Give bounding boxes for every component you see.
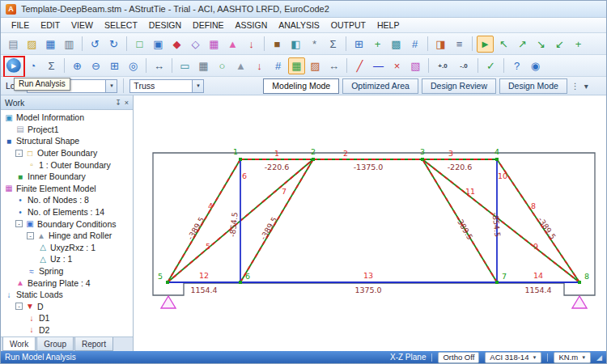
axis-toggle[interactable]: + [369, 36, 386, 53]
mesh-tool[interactable]: ▦ [206, 36, 223, 53]
show-support-toggle[interactable]: ▲ [232, 57, 249, 74]
select-cursor-button[interactable]: ► [477, 36, 494, 53]
collapse-icon[interactable]: - [15, 303, 23, 310]
tie-tool[interactable]: — [370, 57, 387, 74]
menu-item-select[interactable]: SELECT [99, 19, 143, 31]
strut-tool[interactable]: ╱ [351, 57, 368, 74]
show-load-toggle[interactable]: ↓ [251, 57, 268, 74]
save-file-button[interactable]: ▦ [42, 36, 59, 53]
open-file-button[interactable]: ▨ [23, 36, 40, 53]
run-analysis-button[interactable]: ▶ [6, 58, 21, 73]
menu-item-define[interactable]: DEFINE [187, 19, 230, 31]
grid-toggle[interactable]: ⊞ [350, 36, 367, 53]
tree-item-uz-1[interactable]: △Uz : 1 [1, 253, 133, 265]
help-button[interactable]: ? [508, 57, 525, 74]
tree-item-no-of-elements-14[interactable]: •No. of Elements : 14 [1, 206, 133, 218]
run-design-button[interactable]: ◔ [24, 57, 41, 74]
decimal-increase-button[interactable]: +.0 [433, 57, 452, 74]
ortho-toggle-button[interactable]: Ortho Off [438, 352, 479, 363]
show-node-toggle[interactable]: ○ [214, 57, 231, 74]
analysis-option-button[interactable]: Σ [325, 36, 342, 53]
menu-item-file[interactable]: FILE [6, 19, 35, 31]
tree-item-structural-shape[interactable]: ■Structural Shape [1, 135, 133, 147]
tree-item-model-information[interactable]: ▣Model Information [1, 112, 133, 124]
model-canvas[interactable]: -220.61-1375.02-220.63-389.545-854.56-38… [134, 95, 606, 351]
element-tool[interactable]: ◇ [187, 36, 204, 53]
show-stress-toggle[interactable]: ▨ [307, 57, 324, 74]
menu-item-edit[interactable]: EDIT [35, 19, 66, 31]
select-all-button[interactable]: ↖ [495, 36, 512, 53]
menu-item-analysis[interactable]: ANALYSIS [273, 19, 325, 31]
menu-item-design[interactable]: DESIGN [143, 19, 187, 31]
close-icon[interactable]: × [125, 99, 129, 107]
element-type-combobox[interactable]: Truss ▼ [129, 79, 204, 93]
tree-item-project1[interactable]: ▤Project1 [1, 124, 133, 136]
menu-item-help[interactable]: HELP [371, 19, 405, 31]
hatch-tool[interactable]: ▧ [407, 57, 424, 74]
report-button[interactable]: Σ [43, 57, 60, 74]
outer-boundary-tool[interactable]: □ [131, 36, 148, 53]
material-button[interactable]: ■ [269, 36, 286, 53]
show-mesh-toggle[interactable]: ▦ [195, 57, 212, 74]
chevron-down-icon[interactable]: ▼ [581, 355, 586, 360]
print-button[interactable]: ▥ [61, 36, 78, 53]
tree-item-hinge-and-roller[interactable]: -▲Hinge and Roller [1, 230, 133, 242]
chevron-down-icon[interactable]: ▼ [192, 80, 203, 92]
zoom-extents-button[interactable]: ◎ [125, 57, 142, 74]
collapse-icon[interactable]: - [15, 220, 23, 227]
tree-item-finite-element-model[interactable]: ▦Finite Element Model [1, 183, 133, 195]
section-button[interactable]: ◧ [287, 36, 304, 53]
view-section-button[interactable]: ◨ [432, 36, 449, 53]
tree-item-outer-boundary[interactable]: -□Outer Boundary [1, 147, 133, 159]
mode-bar-overflow-icon[interactable]: ⋮ [569, 82, 582, 91]
collapse-icon[interactable]: - [27, 232, 34, 239]
design-code-dropdown[interactable]: ACI 318-14 ▼ [485, 352, 541, 363]
undo-button[interactable]: ↺ [87, 36, 104, 53]
mode-bar-dropdown-icon[interactable]: ▾ [582, 82, 591, 91]
zoom-out-button[interactable]: ⊖ [87, 57, 104, 74]
tree-item-no-of-nodes-8[interactable]: •No. of Nodes : 8 [1, 194, 133, 206]
display-option-button[interactable]: ▩ [388, 36, 405, 53]
node-tool[interactable]: ◆ [168, 36, 185, 53]
collapse-icon[interactable]: - [15, 150, 23, 157]
show-dimension-toggle[interactable]: ↔ [325, 57, 342, 74]
redo-button[interactable]: ↻ [105, 36, 122, 53]
unit-dropdown[interactable]: KN.m ▼ [554, 352, 591, 363]
zoom-window-button[interactable]: ⊞ [106, 57, 123, 74]
tree-item-static-loads[interactable]: ↓Static Loads [1, 289, 133, 301]
resize-grip-icon[interactable]: ◢ [596, 353, 602, 362]
tree-item-1-outer-boundary[interactable]: ▫1 : Outer Boundary [1, 159, 133, 171]
tab-report[interactable]: Report [74, 337, 113, 351]
tab-work[interactable]: Work [2, 337, 36, 351]
select-previous-button[interactable]: ↗ [514, 36, 531, 53]
tree-item-d2[interactable]: ↓D2 [1, 324, 133, 336]
menu-item-assign[interactable]: ASSIGN [230, 19, 274, 31]
select-window-button[interactable]: ↘ [533, 36, 550, 53]
inner-boundary-tool[interactable]: ▣ [150, 36, 167, 53]
select-crossing-button[interactable]: ↙ [551, 36, 568, 53]
settings-button[interactable]: * [306, 36, 323, 53]
about-button[interactable]: ◉ [527, 57, 544, 74]
plane-indicator[interactable]: X-Z Plane [390, 353, 426, 362]
result-table-button[interactable]: ✓ [482, 57, 499, 74]
tree-item-d1[interactable]: ↓D1 [1, 312, 133, 324]
tab-group[interactable]: Group [36, 337, 74, 351]
modeling-mode-button[interactable]: Modeling Mode [263, 78, 339, 94]
zoom-in-button[interactable]: ⊕ [69, 57, 86, 74]
tree-item-spring[interactable]: ≈Spring [1, 265, 133, 277]
tree-item-uxyzrxz-1[interactable]: △UxyzRxz : 1 [1, 242, 133, 254]
decimal-decrease-button[interactable]: -.0 [454, 57, 473, 74]
chevron-down-icon[interactable]: ▼ [532, 355, 537, 360]
show-force-toggle[interactable]: ▦ [288, 57, 305, 74]
tree-item-boundary-conditions[interactable]: -▣Boundary Conditions [1, 218, 133, 230]
tree-item-d[interactable]: -▼D [1, 301, 133, 313]
show-number-toggle[interactable]: # [270, 57, 287, 74]
delete-element-tool[interactable]: × [388, 57, 405, 74]
label-toggle[interactable]: # [406, 36, 423, 53]
tree-item-bearing-plate-4[interactable]: ▲Bearing Plate : 4 [1, 277, 133, 289]
menu-item-view[interactable]: VIEW [66, 19, 99, 31]
bearing-plate-tool[interactable]: ▲ [224, 36, 241, 53]
design-review-button[interactable]: Design Review [422, 78, 496, 94]
add-selection-button[interactable]: + [570, 36, 587, 53]
pin-icon[interactable]: ↧ [115, 99, 121, 107]
